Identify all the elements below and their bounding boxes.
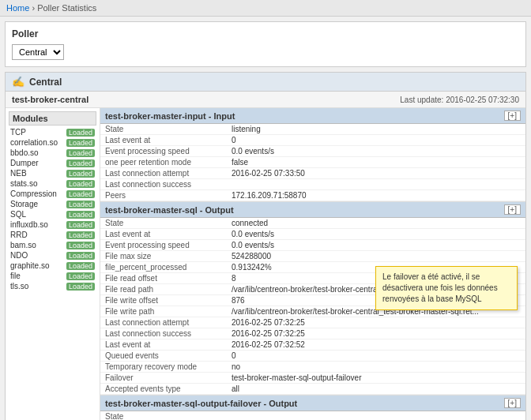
module-status-badge: Loaded [66,201,95,208]
table-row: Event processing speed0.0 events/s [100,240,525,251]
module-status-badge: Loaded [66,231,95,239]
module-status-badge: Loaded [66,262,95,270]
row-value: 0.0 events/s [227,240,525,251]
module-name: stats.so [10,179,37,188]
module-row: graphite.soLoaded [9,261,96,271]
central-section: ✍ Central test-broker-central Last updat… [5,72,526,420]
table-row: State [100,411,525,420]
module-row: NDOLoaded [9,250,96,261]
module-status-badge: Loaded [66,159,95,167]
broker-block: test-broker-master-sql-output-failover -… [100,396,525,420]
row-key: file_percent_processed [100,262,227,273]
module-status-badge: Loaded [66,190,95,198]
row-key: State [100,411,227,420]
module-status-badge: Loaded [66,139,95,147]
module-name: Dumper [10,159,39,167]
poller-title: Poller [12,28,519,39]
row-value: 2016-02-25 07:33:50 [227,168,525,179]
module-row: SQLLoaded [9,209,96,219]
row-key: State [100,218,227,229]
module-row: DumperLoaded [9,158,96,168]
expand-button[interactable]: [+] [504,398,521,408]
broker-blocks: test-broker-master-input - Input[+]State… [100,108,525,420]
modules-title: Modules [9,111,96,126]
row-value: 0 [227,135,525,146]
broker-block-header: test-broker-master-sql-output-failover -… [100,396,525,411]
row-key: File write path [100,306,227,317]
row-key: File write offset [100,295,227,306]
table-row: Peers172.16.209.71:58870 [100,190,525,201]
last-update: Last update: 2016-02-25 07:32:30 [400,96,519,104]
module-row: tls.soLoaded [9,281,96,291]
module-status-badge: Loaded [66,283,95,291]
module-status-badge: Loaded [66,129,95,137]
module-row: TCPLoaded [9,127,96,137]
module-name: tls.so [10,282,28,291]
module-status-badge: Loaded [66,221,95,229]
module-row: CompressionLoaded [9,189,96,199]
top-bar: Home › Poller Statistics [0,0,531,17]
module-row: NEBLoaded [9,168,96,178]
row-key: Temporary recovery mode [100,362,227,373]
module-name: bam.so [10,241,36,249]
row-value: 2016-02-25 07:32:52 [227,339,525,351]
module-status-badge: Loaded [66,211,95,219]
table-row: Last connection attempt2016-02-25 07:33:… [100,168,525,179]
row-key: Last connection success [100,179,227,190]
home-link[interactable]: Home [6,3,29,13]
table-row: Last event at0.0 events/s [100,229,525,240]
module-row: bam.soLoaded [9,240,96,250]
module-row: fileLoaded [9,271,96,281]
row-key: Failover [100,373,227,384]
broker-block: test-broker-master-input - Input[+]State… [100,108,525,202]
table-row: Temporary recovery modeno [100,362,525,373]
module-status-badge: Loaded [66,252,95,260]
row-key: Accepted events type [100,384,227,395]
tooltip-text: Le failover a été activé, il se désactiv… [382,272,498,303]
central-icon: ✍ [12,76,24,88]
breadcrumb-current: Poller Statistics [37,3,96,13]
module-status-badge: Loaded [66,180,95,188]
broker-header: test-broker-central Last update: 2016-02… [6,92,525,108]
expand-button[interactable]: [+] [504,111,521,121]
table-row: Event processing speed0.0 events/s [100,146,525,157]
table-row: Queued events0 [100,351,525,362]
module-row: stats.soLoaded [9,178,96,189]
module-name: file [10,272,21,280]
table-row: Last connection attempt2016-02-25 07:32:… [100,317,525,328]
table-row: Stateconnected [100,218,525,229]
module-status-badge: Loaded [66,149,95,157]
row-value: 172.16.209.71:58870 [227,190,525,201]
modules-list: TCPLoadedcorrelation.soLoadedbbdo.soLoad… [9,127,96,291]
table-row: one peer retention modefalse [100,157,525,168]
row-key: Peers [100,190,227,201]
module-name: NEB [10,169,27,178]
broker-block-header: test-broker-master-sql - Output[+] [100,202,525,218]
expand-button[interactable]: [+] [504,204,521,215]
module-row: bbdo.soLoaded [9,148,96,158]
row-value: 2016-02-25 07:32:25 [227,328,525,339]
content-area: Modules TCPLoadedcorrelation.soLoadedbbd… [6,108,525,420]
row-key: Queued events [100,351,227,362]
row-value: 0.0 events/s [227,229,525,240]
module-row: RRDLoaded [9,230,96,240]
row-value: listening [227,124,525,135]
modules-panel: Modules TCPLoadedcorrelation.soLoadedbbd… [6,108,100,420]
broker-table: StatelisteningLast event at0Event proces… [100,124,525,201]
module-name: Compression [10,189,57,198]
row-value: all [227,384,525,395]
row-key: File read path [100,284,227,295]
poller-select[interactable]: Central [12,44,64,60]
module-row: influxdb.soLoaded [9,219,96,230]
row-value: false [227,157,525,168]
broker-block-title: test-broker-master-sql - Output [105,205,234,215]
module-name: Storage [10,200,38,208]
module-name: graphite.so [10,261,49,270]
table-row: Statelistening [100,124,525,135]
row-value [227,179,525,190]
tooltip-box: Le failover a été activé, il se désactiv… [375,266,518,310]
row-value: 0 [227,351,525,362]
broker-block-title: test-broker-master-input - Input [105,111,235,121]
broker-name: test-broker-central [12,95,88,104]
module-name: SQL [10,210,26,219]
